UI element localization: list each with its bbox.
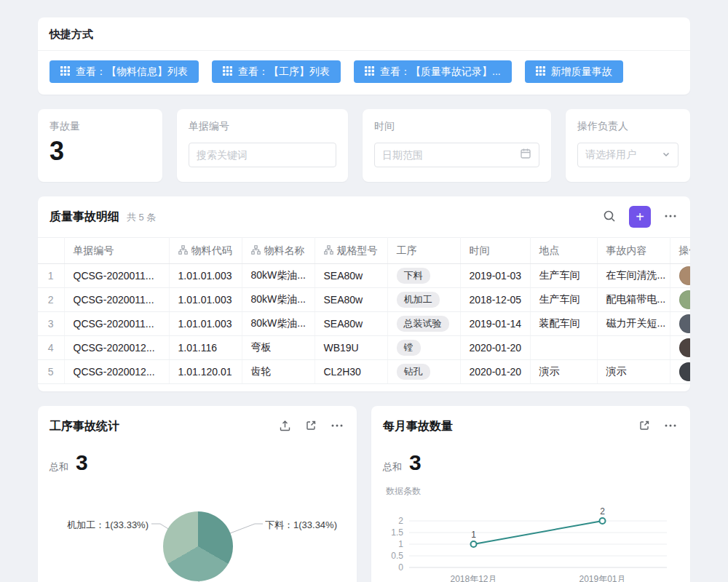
export-icon bbox=[279, 420, 291, 434]
plus-icon: + bbox=[636, 210, 644, 224]
relation-icon bbox=[324, 245, 333, 257]
cell-content: 配电箱带电... bbox=[597, 288, 670, 312]
process-tag: 机加工 bbox=[397, 292, 440, 308]
line-chart: 21.510.502018年12月2019年01月12 bbox=[383, 499, 678, 582]
shortcut-button-label: 新增质量事故 bbox=[551, 65, 612, 79]
operator-select[interactable]: 请选择用户 bbox=[577, 143, 678, 167]
cell-operator bbox=[670, 312, 690, 336]
relation-icon bbox=[178, 245, 188, 257]
detail-table-scroll-area[interactable]: 单据编号 物料代码 物料名称 规格型号 工序 时间 地点 事故内容 操作负责人 … bbox=[38, 237, 690, 391]
monthly-chart-title: 每月事故数量 bbox=[383, 419, 626, 434]
chevron-down-icon bbox=[662, 148, 670, 162]
table-row[interactable]: 4 QCSG-2020012... 1.01.116 弯板 WB19U 镗 20… bbox=[38, 336, 690, 360]
avatar[interactable] bbox=[679, 314, 691, 333]
accident-count-value: 3 bbox=[50, 136, 151, 167]
cell-process: 下料 bbox=[387, 264, 460, 288]
detail-table-title: 质量事故明细 bbox=[50, 210, 119, 225]
detail-table-count: 共 5 条 bbox=[127, 211, 156, 224]
col-process[interactable]: 工序 bbox=[387, 238, 460, 264]
grid-icon bbox=[60, 66, 70, 78]
col-operator[interactable]: 操作负责人 bbox=[670, 238, 690, 264]
cell-date: 2018-12-05 bbox=[460, 288, 530, 312]
expand-button[interactable] bbox=[637, 418, 652, 435]
svg-text:0: 0 bbox=[398, 562, 403, 573]
doc-number-filter-card: 单据编号 bbox=[177, 109, 348, 182]
process-chart-card: 工序事故统计 总和 3 机加工：1(33.33%) 下料：1(33.34%) 总… bbox=[38, 406, 357, 582]
cell-process: 机加工 bbox=[387, 288, 460, 312]
avatar[interactable] bbox=[679, 338, 691, 357]
cell-spec: SEA80w bbox=[314, 264, 387, 288]
table-row[interactable]: 2 QCSG-2020011... 1.01.01.003 80kW柴油... … bbox=[38, 288, 690, 312]
cell-doc-no: QCSG-2020011... bbox=[64, 312, 169, 336]
doc-number-search-box bbox=[189, 143, 336, 167]
more-button[interactable] bbox=[662, 418, 678, 436]
avatar[interactable] bbox=[679, 362, 691, 381]
calendar-icon bbox=[520, 148, 531, 162]
cell-spec: CL2H30 bbox=[314, 360, 387, 384]
cell-material-name: 80kW柴油... bbox=[242, 312, 314, 336]
shortcuts-card: 快捷方式 查看：【物料信息】列表 查看：【工序】列表 查看：【质量事故记录】..… bbox=[38, 17, 690, 95]
shortcut-view-process-list-button[interactable]: 查看：【工序】列表 bbox=[212, 60, 341, 83]
col-content[interactable]: 事故内容 bbox=[597, 238, 670, 264]
cell-date: 2019-01-14 bbox=[460, 312, 530, 336]
shortcut-button-label: 查看：【质量事故记录】... bbox=[380, 65, 501, 79]
col-material-name[interactable]: 物料名称 bbox=[242, 238, 314, 264]
table-row[interactable]: 5 QCSG-2020012... 1.01.120.01 齿轮 CL2H30 … bbox=[38, 360, 690, 384]
filter-row: 事故量 3 单据编号 时间 操作负责人 请选择用户 bbox=[38, 109, 690, 182]
accident-count-label: 事故量 bbox=[50, 120, 151, 133]
col-location[interactable]: 地点 bbox=[530, 238, 597, 264]
operator-filter-card: 操作负责人 请选择用户 bbox=[566, 109, 690, 182]
shortcut-button-label: 查看：【工序】列表 bbox=[238, 65, 330, 79]
svg-text:0.5: 0.5 bbox=[391, 551, 403, 561]
col-doc-no[interactable]: 单据编号 bbox=[64, 238, 169, 264]
relation-icon bbox=[251, 245, 261, 257]
more-button[interactable] bbox=[329, 418, 345, 436]
cell-process: 镗 bbox=[387, 336, 460, 360]
col-material-code[interactable]: 物料代码 bbox=[169, 238, 242, 264]
detail-table: 单据编号 物料代码 物料名称 规格型号 工序 时间 地点 事故内容 操作负责人 … bbox=[38, 237, 690, 384]
more-icon bbox=[331, 419, 344, 434]
table-row[interactable]: 1 QCSG-2020011... 1.01.01.003 80kW柴油... … bbox=[38, 264, 690, 288]
add-record-button[interactable]: + bbox=[629, 206, 651, 228]
cell-doc-no: QCSG-2020012... bbox=[64, 360, 169, 384]
pie-label-blanking: 下料：1(33.34%) bbox=[265, 519, 337, 532]
row-number: 2 bbox=[38, 288, 64, 312]
pie-chart-area: 机加工：1(33.33%) 下料：1(33.34%) 总装试验：1(33.33%… bbox=[38, 478, 357, 582]
grid-icon bbox=[365, 66, 374, 78]
svg-text:1: 1 bbox=[398, 539, 403, 549]
search-button[interactable] bbox=[601, 208, 617, 226]
col-date[interactable]: 时间 bbox=[460, 238, 530, 264]
cell-doc-no: QCSG-2020011... bbox=[64, 264, 169, 288]
avatar[interactable] bbox=[679, 266, 691, 285]
cell-spec: SEA80w bbox=[314, 288, 387, 312]
dashboard-page: 快捷方式 查看：【物料信息】列表 查看：【工序】列表 查看：【质量事故记录】..… bbox=[0, 0, 728, 582]
detail-table-header: 质量事故明细 共 5 条 + bbox=[38, 196, 690, 237]
more-button[interactable] bbox=[662, 208, 678, 226]
shortcut-view-quality-records-button[interactable]: 查看：【质量事故记录】... bbox=[354, 60, 512, 83]
date-range-input[interactable] bbox=[382, 149, 514, 161]
table-row[interactable]: 3 QCSG-2020011... 1.01.01.003 80kW柴油... … bbox=[38, 312, 690, 336]
operator-label: 操作负责人 bbox=[577, 120, 678, 133]
expand-button[interactable] bbox=[304, 418, 318, 435]
col-spec[interactable]: 规格型号 bbox=[314, 238, 387, 264]
line-chart-area: 数据条数 21.510.502018年12月2019年01月12 bbox=[371, 475, 690, 582]
shortcut-add-quality-accident-button[interactable]: 新增质量事故 bbox=[525, 60, 623, 83]
process-chart-title: 工序事故统计 bbox=[50, 419, 266, 434]
expand-icon bbox=[638, 420, 650, 434]
cell-date: 2020-01-20 bbox=[460, 336, 530, 360]
shortcut-view-material-list-button[interactable]: 查看：【物料信息】列表 bbox=[50, 60, 199, 83]
avatar[interactable] bbox=[679, 290, 691, 309]
cell-process: 钻孔 bbox=[387, 360, 460, 384]
cell-operator bbox=[670, 264, 690, 288]
doc-number-search-input[interactable] bbox=[197, 149, 328, 161]
date-range-picker[interactable] bbox=[374, 143, 539, 167]
svg-text:1.5: 1.5 bbox=[391, 527, 403, 538]
cell-material-name: 80kW柴油... bbox=[242, 288, 314, 312]
export-button[interactable] bbox=[277, 418, 293, 436]
cell-date: 2019-01-03 bbox=[460, 264, 530, 288]
cell-content: 演示 bbox=[597, 360, 670, 384]
cell-date: 2020-01-20 bbox=[460, 360, 530, 384]
grid-icon bbox=[536, 66, 545, 78]
charts-row: 工序事故统计 总和 3 机加工：1(33.33%) 下料：1(33.34%) 总… bbox=[38, 406, 690, 582]
line-y-axis-title: 数据条数 bbox=[386, 485, 678, 498]
